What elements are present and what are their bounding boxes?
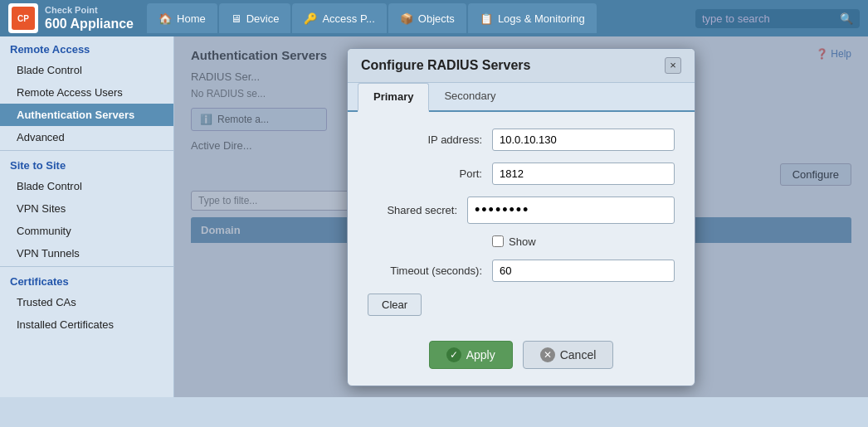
tab-logs[interactable]: 📋 Logs & Monitoring — [468, 3, 597, 33]
logs-icon: 📋 — [480, 12, 493, 25]
cancel-label: Cancel — [560, 348, 597, 361]
sidebar-item-vpn-tunnels[interactable]: VPN Tunnels — [0, 242, 173, 264]
logo-icon: CP — [12, 7, 35, 30]
cancel-x-icon: ✕ — [540, 347, 555, 362]
modal-header: Configure RADIUS Servers × — [348, 49, 695, 83]
sidebar-section-certificates: Certificates — [0, 269, 173, 291]
logo-text: Check Point 600 Appliance — [45, 5, 134, 32]
sidebar-divider-1 — [0, 150, 173, 151]
modal-footer: ✓ Apply ✕ Cancel — [348, 329, 695, 386]
modal-close-button[interactable]: × — [665, 57, 681, 74]
form-row-secret: Shared secret: — [368, 197, 675, 224]
apply-label: Apply — [466, 348, 495, 361]
ip-input[interactable] — [492, 129, 675, 151]
nav-tabs: 🏠 Home 🖥 Device 🔑 Access P... 📦 Objects … — [147, 3, 597, 33]
apply-check-icon: ✓ — [446, 347, 461, 362]
secret-input[interactable] — [467, 197, 675, 224]
show-checkbox[interactable] — [492, 235, 504, 247]
search-bar[interactable]: 🔍 — [695, 9, 860, 28]
logo-box: CP — [8, 3, 38, 33]
tab-device[interactable]: 🖥 Device — [219, 3, 291, 33]
content-area: Authentication Servers RADIUS Ser... No … — [174, 36, 868, 397]
sidebar-item-community[interactable]: Community — [0, 220, 173, 242]
sidebar-item-advanced[interactable]: Advanced — [0, 126, 173, 148]
port-label: Port: — [368, 167, 492, 180]
tab-home[interactable]: 🏠 Home — [147, 3, 217, 33]
access-icon: 🔑 — [304, 12, 317, 25]
cancel-button[interactable]: ✕ Cancel — [523, 341, 614, 369]
ip-label: IP address: — [368, 133, 492, 146]
port-input[interactable] — [492, 163, 675, 185]
sidebar-item-installed-certificates[interactable]: Installed Certificates — [0, 313, 173, 336]
show-label: Show — [509, 235, 536, 248]
timeout-input[interactable] — [492, 260, 675, 282]
show-row: Show — [492, 235, 675, 248]
sidebar-item-remote-access-users[interactable]: Remote Access Users — [0, 81, 173, 104]
sidebar-item-blade-control-ra[interactable]: Blade Control — [0, 59, 173, 81]
tab-objects[interactable]: 📦 Objects — [388, 3, 466, 33]
modal-body: IP address: Port: Shared secret: Show — [348, 112, 695, 329]
objects-icon: 📦 — [400, 12, 413, 25]
apply-button[interactable]: ✓ Apply — [429, 341, 513, 369]
sidebar-item-vpn-sites[interactable]: VPN Sites — [0, 197, 173, 220]
sidebar-section-remote-access[interactable]: Remote Access — [0, 36, 173, 59]
sidebar-item-trusted-cas[interactable]: Trusted CAs — [0, 291, 173, 313]
modal-overlay: Configure RADIUS Servers × Primary Secon… — [174, 36, 868, 397]
modal-tab-secondary[interactable]: Secondary — [429, 83, 510, 112]
search-icon: 🔍 — [840, 12, 853, 25]
sidebar-item-blade-control-sts[interactable]: Blade Control — [0, 175, 173, 197]
modal-tabs: Primary Secondary — [348, 83, 695, 112]
form-row-port: Port: — [368, 163, 675, 185]
modal-tab-primary[interactable]: Primary — [358, 83, 429, 112]
modal-configure-radius: Configure RADIUS Servers × Primary Secon… — [347, 48, 695, 386]
logo-area: CP Check Point 600 Appliance — [8, 3, 134, 33]
sidebar: Remote Access Blade Control Remote Acces… — [0, 36, 174, 397]
home-icon: 🏠 — [158, 12, 172, 25]
sidebar-divider-2 — [0, 266, 173, 267]
search-input[interactable] — [702, 12, 835, 25]
clear-button[interactable]: Clear — [368, 294, 422, 316]
main-layout: Remote Access Blade Control Remote Acces… — [0, 36, 868, 397]
sidebar-item-authentication-servers[interactable]: Authentication Servers — [0, 104, 173, 126]
form-row-ip: IP address: — [368, 129, 675, 151]
sidebar-section-site-to-site[interactable]: Site to Site — [0, 153, 173, 175]
secret-label: Shared secret: — [368, 204, 467, 216]
form-row-timeout: Timeout (seconds): — [368, 260, 675, 282]
device-icon: 🖥 — [231, 12, 241, 25]
tab-access[interactable]: 🔑 Access P... — [292, 3, 386, 33]
timeout-label: Timeout (seconds): — [368, 264, 492, 277]
modal-title: Configure RADIUS Servers — [361, 58, 531, 73]
top-bar: CP Check Point 600 Appliance 🏠 Home 🖥 De… — [0, 0, 868, 36]
